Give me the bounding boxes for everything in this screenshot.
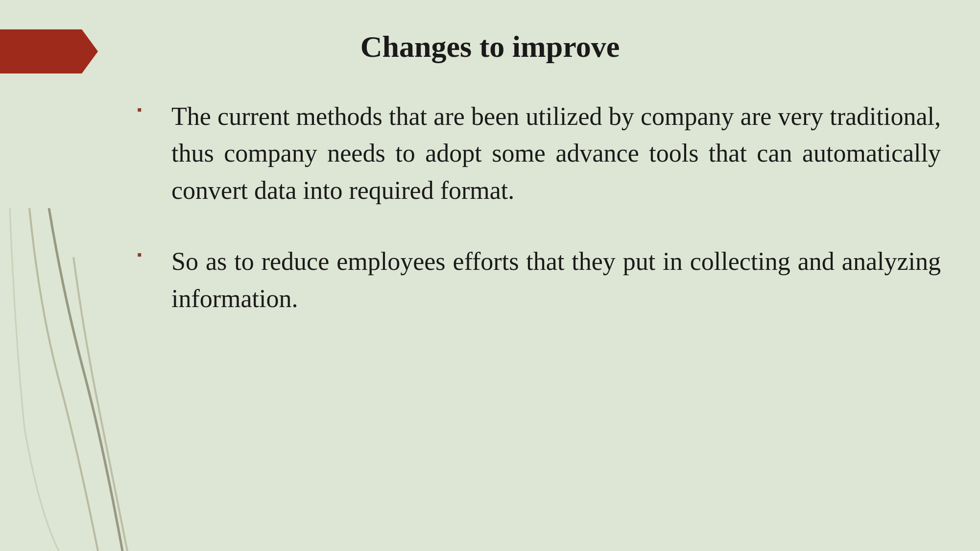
bullet-text-1: The current methods that are been utiliz…: [171, 98, 941, 209]
bullet-item-1: ▪ The current methods that are been util…: [137, 98, 941, 209]
bullet-item-2: ▪ So as to reduce employees efforts that…: [137, 243, 941, 317]
content-area: ▪ The current methods that are been util…: [137, 98, 941, 522]
slide: Changes to improve ▪ The current methods…: [0, 0, 980, 551]
slide-title: Changes to improve: [0, 29, 980, 64]
bullet-marker-1: ▪: [137, 103, 152, 117]
bullet-marker-2: ▪: [137, 248, 152, 262]
bullet-text-2: So as to reduce employees efforts that t…: [171, 243, 941, 317]
